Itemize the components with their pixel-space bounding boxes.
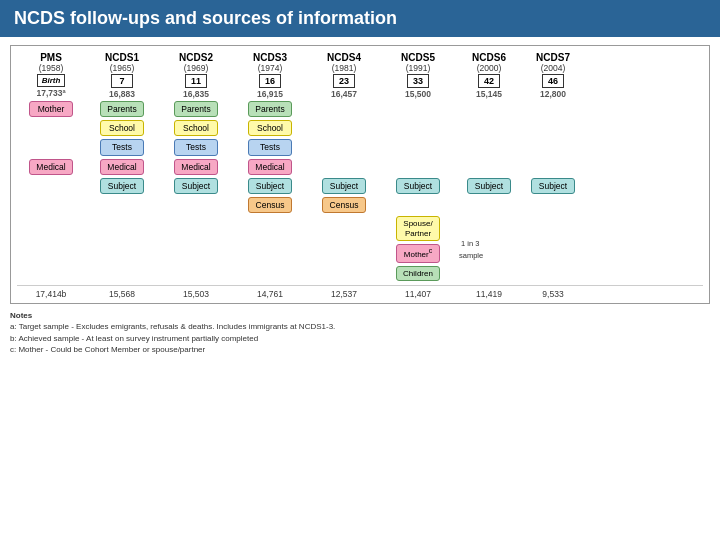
note-line-c: c: Mother - Could be Cohort Member or sp… [10,344,710,355]
box-subject-1: Subject [100,178,144,194]
box-parents-1: Parents [100,101,144,117]
box-subject-6: Subject [467,178,511,194]
notes-section: Notes a: Target sample - Excludes emigra… [10,310,710,355]
content-area: PMS (1958) Birth 17,733ª NCDS1 (1965) 7 … [0,37,720,359]
col-header-ncds3: NCDS3 (1974) 16 16,915 [233,52,307,99]
bottom-count-pms: 17,414b [17,289,85,299]
box-tests-1: Tests [100,139,144,155]
box-subject-3: Subject [248,178,292,194]
row-spouse-mother-children: Spouse/ Partner Motherc Children 1 in 3 … [17,216,703,281]
col-header-ncds7: NCDS7 (2004) 46 12,800 [523,52,583,99]
row-medical: Medical Medical Medical Medical [17,159,703,175]
box-parents-2: Parents [174,101,218,117]
col-header-ncds2: NCDS2 (1969) 11 16,835 [159,52,233,99]
box-parents-3: Parents [248,101,292,117]
row-school: School School School [17,120,703,136]
bottom-counts-row: 17,414b 15,568 15,503 14,761 12,537 11,4… [17,285,703,299]
box-tests-2: Tests [174,139,218,155]
box-tests-3: Tests [248,139,292,155]
col-header-ncds1: NCDS1 (1965) 7 16,883 [85,52,159,99]
row-subject: Subject Subject Subject Subject Subject … [17,178,703,194]
box-census-2: Census [322,197,366,213]
box-mother: Mother [29,101,73,117]
bottom-count-ncds2: 15,503 [159,289,233,299]
notes-title: Notes [10,310,710,321]
box-spouse: Spouse/ Partner [396,216,440,241]
col-header-ncds5: NCDS5 (1991) 33 15,500 [381,52,455,99]
box-medical-3: Medical [174,159,218,175]
bottom-count-ncds4: 12,537 [307,289,381,299]
box-subject-5: Subject [396,178,440,194]
bottom-count-ncds3: 14,761 [233,289,307,299]
col-header-ncds4: NCDS4 (1981) 23 16,457 [307,52,381,99]
box-medical-4: Medical [248,159,292,175]
box-medical-1: Medical [29,159,73,175]
box-school-2: School [174,120,218,136]
bottom-count-ncds6: 11,419 [455,289,523,299]
note-line-b: b: Achieved sample - At least on survey … [10,333,710,344]
header: NCDS follow-ups and sources of informati… [0,0,720,37]
box-children: Children [396,266,440,282]
bottom-count-ncds1: 15,568 [85,289,159,299]
box-school-3: School [248,120,292,136]
col-header-pms: PMS (1958) Birth 17,733ª [17,52,85,98]
sample-note-label: 1 in 3 sample [459,239,483,260]
bottom-count-ncds7: 9,533 [523,289,583,299]
header-title: NCDS follow-ups and sources of informati… [14,8,397,28]
note-line-a: a: Target sample - Excludes emigrants, r… [10,321,710,332]
box-medical-2: Medical [100,159,144,175]
table-area: PMS (1958) Birth 17,733ª NCDS1 (1965) 7 … [10,45,710,304]
row-parents: Mother Parents Parents Parents [17,101,703,117]
page-wrapper: NCDS follow-ups and sources of informati… [0,0,720,359]
row-tests: Tests Tests Tests [17,139,703,155]
row-census: Census Census [17,197,703,213]
box-school-1: School [100,120,144,136]
box-subject-4: Subject [322,178,366,194]
box-mother-c: Motherc [396,244,440,262]
box-subject-2: Subject [174,178,218,194]
box-census-1: Census [248,197,292,213]
col-header-ncds6: NCDS6 (2000) 42 15,145 [455,52,523,99]
column-headers: PMS (1958) Birth 17,733ª NCDS1 (1965) 7 … [17,52,703,99]
bottom-count-ncds5: 11,407 [381,289,455,299]
box-subject-7: Subject [531,178,575,194]
